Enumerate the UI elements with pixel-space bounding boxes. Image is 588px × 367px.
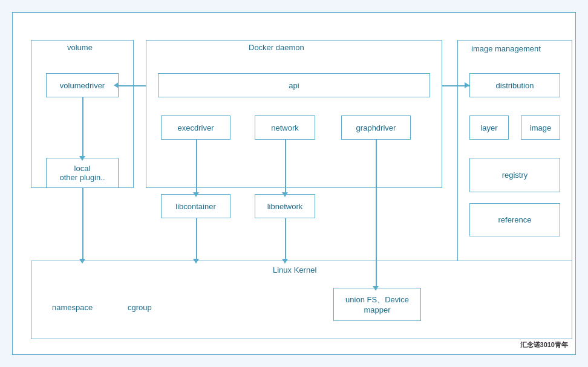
- volumedriver-box: volumedriver: [46, 73, 119, 97]
- graphdriver-to-unionfs-arrow: [376, 140, 377, 288]
- layer-label: layer: [480, 123, 497, 132]
- docker-daemon-label: Docker daemon: [249, 43, 304, 52]
- union-fs-label: union FS、Device mapper: [345, 294, 409, 314]
- libcontainer-box: libcontainer: [161, 194, 230, 218]
- registry-label: registry: [502, 171, 528, 180]
- docker-daemon-box: [146, 40, 442, 188]
- libnetwork-label: libnetwork: [267, 202, 303, 211]
- execdriver-box: execdriver: [161, 115, 230, 140]
- local-plugin-box: local other plugin..: [46, 158, 119, 188]
- linux-kernel-label: Linux Kernel: [273, 265, 316, 274]
- namespace-label: namespace: [52, 303, 93, 312]
- network-box: network: [255, 115, 315, 140]
- graphdriver-label: graphdriver: [356, 123, 396, 132]
- libnetwork-box: libnetwork: [255, 194, 315, 218]
- libnetwork-to-kernel-arrowhead: [282, 259, 288, 264]
- api-label: api: [289, 81, 299, 90]
- libcontainer-label: libcontainer: [175, 202, 216, 211]
- execdriver-to-libcontainer-arrowhead: [193, 192, 199, 197]
- distribution-box: distribution: [469, 73, 560, 97]
- volumedriver-to-local-arrow: [82, 97, 83, 158]
- libcontainer-to-kernel-arrowhead: [193, 259, 199, 264]
- union-fs-box: union FS、Device mapper: [333, 288, 421, 321]
- image-box: image: [521, 115, 560, 140]
- libcontainer-to-kernel-arrow: [196, 218, 197, 261]
- api-to-volumedriver-arrow: [119, 85, 146, 86]
- cgroup-label: cgroup: [128, 303, 152, 312]
- image-label: image: [530, 123, 551, 132]
- api-to-volumedriver-arrowhead: [114, 82, 119, 88]
- network-to-libnetwork-arrowhead: [282, 192, 288, 197]
- execdriver-label: execdriver: [178, 123, 214, 132]
- image-management-label: image management: [471, 44, 541, 53]
- local-plugin-label: local other plugin..: [59, 164, 105, 182]
- distribution-label: distribution: [496, 81, 534, 90]
- graphdriver-to-distribution-arrowhead: [465, 82, 469, 88]
- graphdriver-box: graphdriver: [341, 115, 411, 140]
- graphdriver-to-unionfs-arrowhead: [373, 286, 379, 291]
- volumedriver-label: volumedriver: [60, 81, 105, 90]
- network-label: network: [271, 123, 299, 132]
- libnetwork-to-kernel-arrow: [285, 218, 286, 261]
- local-to-kernel-arrowhead: [79, 259, 85, 264]
- execdriver-to-libcontainer-arrow: [196, 140, 197, 194]
- volume-label: volume: [67, 43, 93, 52]
- local-to-kernel-arrow: [82, 188, 83, 261]
- layer-box: layer: [469, 115, 509, 140]
- api-box: api: [158, 73, 430, 97]
- network-to-libnetwork-arrow: [285, 140, 286, 194]
- registry-box: registry: [469, 158, 560, 192]
- watermark: 汇念诺3010青年: [520, 340, 568, 349]
- reference-box: reference: [469, 203, 560, 236]
- volumedriver-to-local-arrowhead: [79, 156, 85, 161]
- reference-label: reference: [498, 215, 532, 224]
- diagram-container: volume volumedriver local other plugin..…: [12, 12, 576, 355]
